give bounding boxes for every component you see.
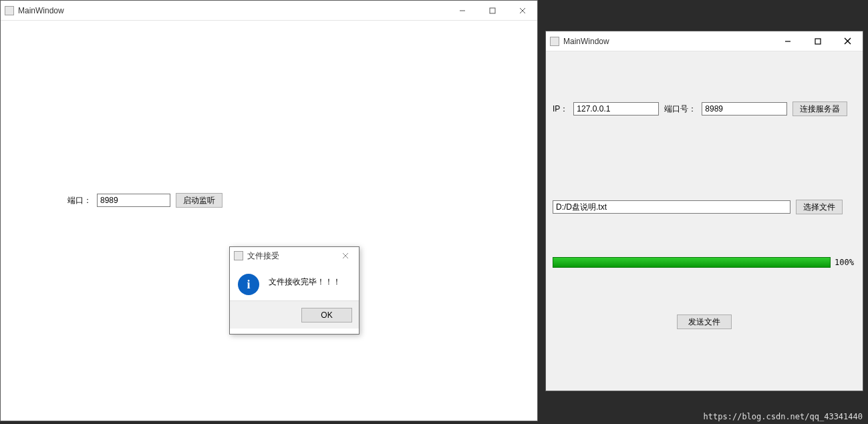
app-icon xyxy=(5,6,14,15)
connect-server-button[interactable]: 连接服务器 xyxy=(792,101,847,116)
svg-line-8 xyxy=(845,38,851,44)
client-window-title: MainWindow xyxy=(563,37,772,46)
minimize-icon[interactable] xyxy=(772,31,803,51)
dialog-message: 文件接收完毕！！！ xyxy=(269,274,341,288)
svg-rect-7 xyxy=(815,39,821,44)
watermark-text: https://blog.csdn.net/qq_43341440 xyxy=(704,412,863,421)
minimize-icon[interactable] xyxy=(447,1,477,20)
window-controls xyxy=(447,1,537,20)
server-titlebar: MainWindow xyxy=(1,1,537,21)
ip-input[interactable] xyxy=(573,102,659,116)
svg-rect-1 xyxy=(490,8,495,13)
progress-percent: 100% xyxy=(835,258,854,267)
close-icon[interactable] xyxy=(507,1,537,20)
file-received-dialog: 文件接受 i 文件接收完毕！！！ OK xyxy=(229,246,359,335)
svg-line-9 xyxy=(845,38,851,44)
app-icon xyxy=(550,37,559,46)
svg-line-5 xyxy=(343,253,348,258)
server-window: MainWindow 端口： 启动监听 文件接受 xyxy=(0,0,538,421)
client-port-label: 端口号： xyxy=(664,103,696,115)
ok-button[interactable]: OK xyxy=(301,308,352,323)
window-controls xyxy=(772,31,863,51)
maximize-icon[interactable] xyxy=(477,1,507,20)
svg-line-4 xyxy=(343,253,348,258)
close-icon[interactable] xyxy=(833,31,863,51)
maximize-icon[interactable] xyxy=(803,31,833,51)
choose-file-button[interactable]: 选择文件 xyxy=(796,200,843,214)
ip-label: IP： xyxy=(553,103,568,115)
dialog-title: 文件接受 xyxy=(247,250,332,262)
send-file-button[interactable]: 发送文件 xyxy=(677,314,732,329)
port-input[interactable] xyxy=(97,194,170,207)
progress-bar xyxy=(553,257,831,268)
svg-line-2 xyxy=(520,8,525,13)
close-icon[interactable] xyxy=(332,247,359,264)
server-window-title: MainWindow xyxy=(18,6,447,15)
file-path-input[interactable] xyxy=(553,200,790,214)
client-window: MainWindow IP： 端口号： 连接服务器 选择文件 xyxy=(545,31,863,391)
app-icon xyxy=(234,251,243,260)
client-port-input[interactable] xyxy=(702,102,787,116)
start-listen-button[interactable]: 启动监听 xyxy=(176,193,223,208)
svg-line-3 xyxy=(520,8,525,13)
port-label: 端口： xyxy=(67,195,92,206)
info-icon: i xyxy=(238,274,259,295)
client-titlebar: MainWindow xyxy=(546,31,863,51)
